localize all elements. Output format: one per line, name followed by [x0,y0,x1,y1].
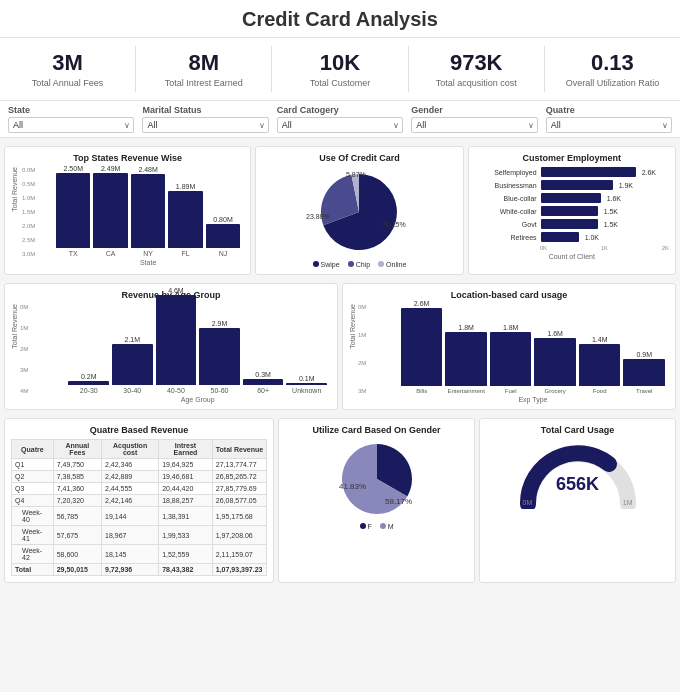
cell-Week-40-2: 19,144 [102,507,159,526]
bar-TX [56,173,90,248]
kpi-total-interest: 8M Total Intrest Earned [136,46,272,92]
table-row-q1: Q17,49,7502,42,34619,64,92527,13,774.77 [12,459,267,471]
gauge-value: 656K [556,474,599,495]
table-row-week-42: Week-4258,60018,1451,52,5592,11,159.07 [12,545,267,564]
bar-label-FL: 1.89M [176,183,195,190]
kpi-value-customer: 10K [278,50,401,76]
location-y-label: Total Revenue [349,304,356,349]
filter-card-category-select[interactable]: All [277,117,403,133]
age-x-40-50: 40-50 [167,387,185,394]
cell-Q3-3: 20,44,420 [159,483,213,495]
kpi-value-interest: 8M [142,50,265,76]
filter-quatre-label: Quatre [546,105,672,115]
table-row-week-41: Week-4157,67518,9671,99,5331,97,208.06 [12,526,267,545]
kpi-utilization-ratio: 0.13 Overall Utilization Ratio [545,46,680,92]
chart-gender-title: Utilize Card Based On Gender [285,425,468,435]
cell-Q2-3: 19,46,681 [159,471,213,483]
kpi-row: 3M Total Annual Fees 8M Total Intrest Ea… [0,38,680,101]
filter-quatre: Quatre All [546,105,672,133]
kpi-value-acquisition: 973K [415,50,538,76]
cell-Q2-1: 7,38,585 [53,471,101,483]
emp-val-Selfemployed: 2.6K [642,169,656,176]
bar-label-NY: 2.48M [138,166,157,173]
table-row-total: Total29,50,0159,72,93678,43,3821,07,93,3… [12,564,267,576]
pie-wrapper: 70.25% 23.88% 5.87% Swipe Chip Online [262,167,456,268]
employment-bars: Selfemployed 2.6K Businessman 1.9K Blue-… [475,167,669,242]
chart-quatre-title: Quatre Based Revenue [11,425,267,435]
bar-label-CA: 2.49M [101,165,120,172]
col-annual: Annual Fees [53,440,101,459]
filter-quatre-select[interactable]: All [546,117,672,133]
bar-x-TX: TX [69,250,78,257]
age-x-50-60: 50-60 [211,387,229,394]
age-bar-50-60 [199,328,240,385]
filter-state-select[interactable]: All [8,117,134,133]
cell-Total-2: 9,72,936 [102,564,159,576]
emp-row-blue-collar: Blue-collar 1.6K [475,193,669,203]
loc-bar-Food [579,344,621,386]
kpi-total-annual-fees: 3M Total Annual Fees [0,46,136,92]
age-bar-30-40 [112,344,153,385]
age-bar-label-30-40: 2.1M [125,336,141,343]
cell-Total-1: 29,50,015 [53,564,101,576]
loc-bar-label-Food: 1.4M [592,336,608,343]
svg-text:41.83%: 41.83% [339,482,366,491]
cell-Week-40-1: 56,785 [53,507,101,526]
age-bar-label-40-50: 4.6M [168,287,184,294]
cell-Week-42-1: 58,600 [53,545,101,564]
loc-bar-col-Bills: 2.6M Bills [401,300,443,394]
emp-label-Retirees: Retirees [475,234,537,241]
cell-Q1-2: 2,42,346 [102,459,159,471]
legend-chip: Chip [348,261,370,268]
filter-marital-select[interactable]: All [142,117,268,133]
page-title: Credit Card Analysis [0,0,680,38]
quatre-table: Quatre Annual Fees Acqustion cost Intres… [11,439,267,576]
bar-col-fl: 1.89M FL [168,183,202,257]
emp-bar-White-collar [541,206,598,216]
kpi-label-fees: Total Annual Fees [6,78,129,88]
cell-Total-4: 1,07,93,397.23 [212,564,266,576]
quatre-tbody: Q17,49,7502,42,34619,64,92527,13,774.77Q… [12,459,267,576]
cell-Week-41-1: 57,675 [53,526,101,545]
bar-x-FL: FL [181,250,189,257]
age-x-Unknown: Unknown [292,387,321,394]
emp-row-businessman: Businessman 1.9K [475,180,669,190]
credit-pie-legend: Swipe Chip Online [313,261,407,268]
loc-x-Travel: Travel [636,388,652,394]
filter-card-category: Card Catogery All [277,105,403,133]
bar-CA [93,173,127,248]
kpi-label-acquisition: Total acqusition cost [415,78,538,88]
cell-Week-40-0: Week-40 [12,507,54,526]
chart-total-usage-title: Total Card Usage [486,425,669,435]
chart-location-title: Location-based card usage [349,290,669,300]
age-bar-label-Unknown: 0.1M [299,375,315,382]
cell-Week-41-3: 1,99,533 [159,526,213,545]
emp-val-Businessman: 1.9K [619,182,633,189]
age-x-20-30: 20-30 [80,387,98,394]
table-row-q3: Q37,41,3602,44,55520,44,42027,85,779.69 [12,483,267,495]
loc-bar-label-Travel: 0.9M [636,351,652,358]
filter-state-label: State [8,105,134,115]
bar-x-NY: NY [143,250,153,257]
cell-Week-42-0: Week-42 [12,545,54,564]
gauge-wrapper: 656K 0M 1M [486,439,669,506]
age-x-60+: 60+ [257,387,269,394]
loc-bar-Fuel [490,332,532,386]
loc-bar-Travel [623,359,665,386]
loc-bar-Grocery [534,338,576,386]
svg-text:58.17%: 58.17% [385,497,412,506]
gender-pie-wrapper: 41.83% 58.17% F M [285,439,468,530]
emp-val-Retirees: 1.0K [585,234,599,241]
bar-col-tx: 2.50M TX [56,165,90,257]
age-bar-Unknown [286,383,327,385]
gauge-min: 0M [523,499,533,506]
chart-credit-use-title: Use Of Credit Card [262,153,456,163]
kpi-label-customer: Total Customer [278,78,401,88]
age-bar-col-20-30: 0.2M 20-30 [68,373,109,394]
svg-text:23.88%: 23.88% [306,213,330,220]
emp-label-White-collar: White-collar [475,208,537,215]
cell-Q3-0: Q3 [12,483,54,495]
filter-gender-select[interactable]: All [411,117,537,133]
table-row-q2: Q27,38,5852,42,88919,46,68126,85,265.72 [12,471,267,483]
age-bar-label-20-30: 0.2M [81,373,97,380]
